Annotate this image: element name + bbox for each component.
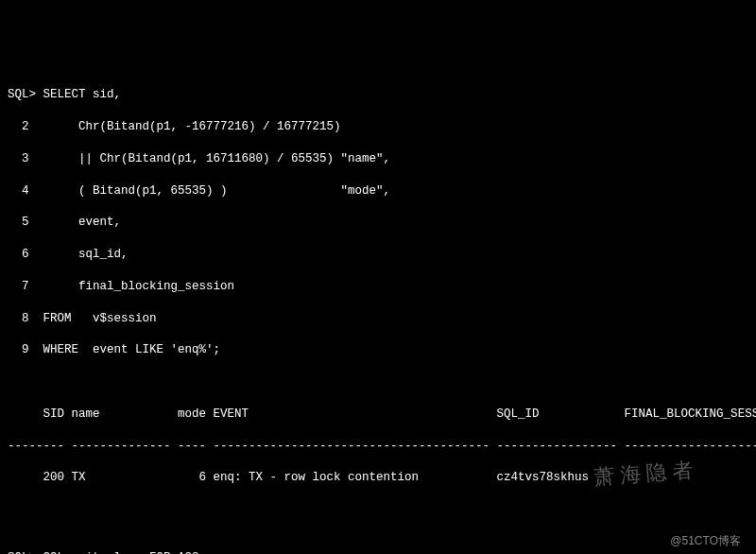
sql-line: 2 Chr(Bitand(p1, -16777216) / 16777215) [8,119,748,135]
line-number: 7 [8,279,29,295]
line-number: 9 [8,342,29,358]
line-number: 6 [8,247,29,263]
result-header: SID name mode EVENT SQL_ID FINAL_BLOCKIN… [8,407,748,423]
sql-line: 8 FROM v$session [8,311,748,327]
blank [8,502,748,518]
line-number: 5 [8,215,29,231]
sql-line: 7 final_blocking_session [8,279,748,295]
line-number: 8 [8,311,29,327]
sql-line: 5 event, [8,215,748,231]
sql-line: SQL> COL wait_class FOR A32; [8,550,748,554]
line-number: 3 [8,151,29,167]
sql-line: 6 sql_id, [8,247,748,263]
blank [8,374,748,390]
sql-line: 9 WHERE event LIKE 'enq%'; [8,342,748,358]
watermark: @51CTO博客 [670,533,741,548]
result-separator: -------- -------------- ---- -----------… [8,439,748,455]
line-number: 4 [8,183,29,199]
line-number: 2 [8,119,29,135]
sql-prompt: SQL> [8,88,36,101]
sql-line: 4 ( Bitand(p1, 65535) ) "mode", [8,183,748,199]
sql-line: 3 || Chr(Bitand(p1, 16711680) / 65535) "… [8,151,748,167]
result-row: 200 TX 6 enq: TX - row lock contention c… [8,470,748,486]
sql-line: SQL> SELECT sid, [8,87,748,103]
